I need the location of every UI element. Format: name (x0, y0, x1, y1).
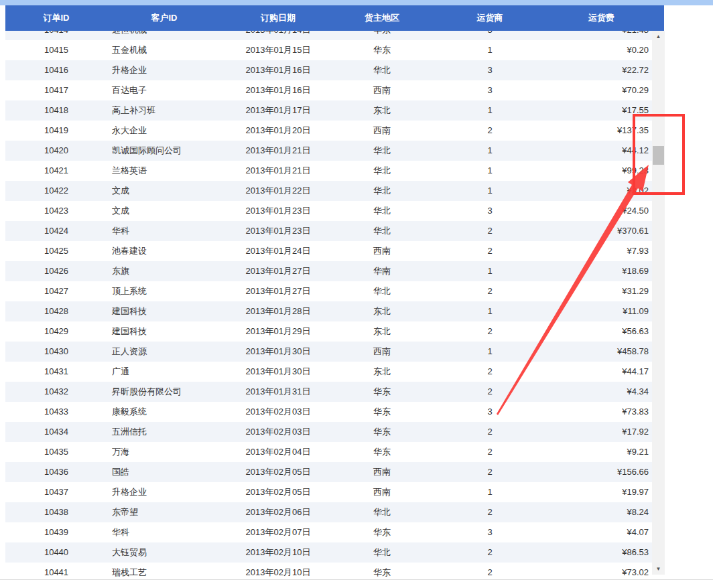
region-cell: 华东 (335, 422, 429, 442)
table-row[interactable]: 10439华科2013年02月07日华东3¥4.07 (5, 522, 652, 542)
table-row[interactable]: 10424华科2013年01月23日华北2¥370.61 (5, 221, 652, 241)
table-row[interactable]: 10428建国科技2013年01月28日东北1¥11.09 (5, 301, 652, 321)
date-cell: 2013年02月03日 (221, 422, 335, 442)
region-cell: 华北 (335, 502, 429, 522)
table-row[interactable]: 10438东帝望2013年02月06日华北2¥8.24 (5, 502, 652, 522)
table-row[interactable]: 10435万海2013年02月04日华东2¥9.21 (5, 442, 652, 462)
region-cell: 华北 (335, 281, 429, 301)
customer-cell: 池春建设 (107, 241, 221, 261)
freight-cell: ¥44.12 (551, 141, 652, 161)
shipper-cell: 3 (429, 522, 551, 542)
date-cell: 2013年01月20日 (221, 121, 335, 141)
region-cell: 西南 (335, 462, 429, 482)
scroll-up-icon[interactable]: ▲ (652, 31, 665, 42)
table-row[interactable]: 10418高上补习班2013年01月17日东北1¥17.55 (5, 100, 652, 121)
region-cell: 华东 (335, 31, 429, 40)
freight-cell: ¥0.20 (551, 40, 652, 60)
table-row[interactable]: 10414通恒机械2013年01月14日华东3¥21.48 (5, 31, 652, 40)
table-row[interactable]: 10440大钰贸易2013年02月10日华北2¥86.53 (5, 542, 652, 563)
shipper-cell: 3 (429, 80, 551, 100)
table-row[interactable]: 10419永大企业2013年01月20日西南2¥137.35 (5, 121, 652, 141)
region-cell: 华北 (335, 141, 429, 161)
id-cell: 10439 (5, 522, 107, 542)
shipper-cell: 1 (429, 161, 551, 181)
shipper-cell: 1 (429, 141, 551, 161)
column-header-region: 货主地区 (335, 5, 429, 31)
id-cell: 10422 (5, 181, 107, 201)
id-cell: 10425 (5, 241, 107, 261)
table-row[interactable]: 10432昇昕股份有限公司2013年01月31日华东2¥4.34 (5, 382, 652, 402)
table-row[interactable]: 10425池春建设2013年01月24日西南2¥7.93 (5, 241, 652, 261)
table-row[interactable]: 10433康毅系统2013年02月03日华东3¥73.83 (5, 402, 652, 422)
region-cell: 华北 (335, 60, 429, 80)
region-cell: 西南 (335, 121, 429, 141)
shipper-cell: 2 (429, 422, 551, 442)
table-row[interactable]: 10431广通2013年01月30日东北2¥44.17 (5, 362, 652, 382)
table-row[interactable]: 10430正人资源2013年01月30日西南1¥458.78 (5, 342, 652, 362)
customer-cell: 康毅系统 (107, 402, 221, 422)
shipper-cell: 2 (429, 281, 551, 301)
table-row[interactable]: 10437升格企业2013年02月05日西南1¥19.97 (5, 482, 652, 502)
date-cell: 2013年02月10日 (221, 563, 335, 580)
column-header-shipper: 运货商 (429, 5, 551, 31)
region-cell: 东北 (335, 362, 429, 382)
freight-cell: ¥4.34 (551, 382, 652, 402)
freight-cell: ¥458.78 (551, 342, 652, 362)
table-row[interactable]: 10416升格企业2013年01月16日华北3¥22.72 (5, 60, 652, 80)
id-cell: 10426 (5, 261, 107, 281)
freight-cell: ¥73.02 (551, 563, 652, 580)
freight-cell: ¥18.69 (551, 261, 652, 281)
customer-cell: 五金机械 (107, 40, 221, 60)
column-header-customer-id: 客户ID (107, 5, 221, 31)
shipper-cell: 3 (429, 201, 551, 221)
table-row[interactable]: 10422文成2013年01月22日华北1¥3.02 (5, 181, 652, 201)
table-row[interactable]: 10417百达电子2013年01月16日西南3¥70.29 (5, 80, 652, 100)
table-row[interactable]: 10427顶上系统2013年01月27日华北2¥31.29 (5, 281, 652, 301)
id-cell: 10416 (5, 60, 107, 80)
shipper-cell: 1 (429, 342, 551, 362)
date-cell: 2013年01月24日 (221, 241, 335, 261)
shipper-cell: 2 (429, 241, 551, 261)
shipper-cell: 2 (429, 221, 551, 241)
date-cell: 2013年01月29日 (221, 321, 335, 342)
table-row[interactable]: 10420凯诚国际顾问公司2013年01月21日华北1¥44.12 (5, 141, 652, 161)
table-row[interactable]: 10434五洲信托2013年02月03日华东2¥17.92 (5, 422, 652, 442)
customer-cell: 五洲信托 (107, 422, 221, 442)
table-row[interactable]: 10441瑞栈工艺2013年02月10日华东2¥73.02 (5, 563, 652, 580)
customer-cell: 百达电子 (107, 80, 221, 100)
id-cell: 10441 (5, 563, 107, 580)
freight-cell: ¥24.50 (551, 201, 652, 221)
region-cell: 华北 (335, 161, 429, 181)
scrollbar-thumb[interactable] (653, 146, 664, 165)
id-cell: 10435 (5, 442, 107, 462)
window-top-strip (0, 0, 713, 5)
date-cell: 2013年01月14日 (221, 31, 335, 40)
freight-cell: ¥19.97 (551, 482, 652, 502)
date-cell: 2013年01月27日 (221, 261, 335, 281)
vertical-scrollbar[interactable]: ▲ ▼ (652, 31, 665, 575)
freight-cell: ¥31.29 (551, 281, 652, 301)
customer-cell: 文成 (107, 181, 221, 201)
freight-cell: ¥137.35 (551, 121, 652, 141)
id-cell: 10420 (5, 141, 107, 161)
region-cell: 华东 (335, 402, 429, 422)
customer-cell: 兰格英语 (107, 161, 221, 181)
date-cell: 2013年01月28日 (221, 301, 335, 321)
freight-cell: ¥86.53 (551, 542, 652, 563)
table-row[interactable]: 10436国皓2013年02月05日西南2¥156.66 (5, 462, 652, 482)
freight-cell: ¥156.66 (551, 462, 652, 482)
id-cell: 10414 (5, 31, 107, 40)
table-row[interactable]: 10423文成2013年01月23日华北3¥24.50 (5, 201, 652, 221)
date-cell: 2013年02月06日 (221, 502, 335, 522)
table-row[interactable]: 10426东旗2013年01月27日华南1¥18.69 (5, 261, 652, 281)
table-row[interactable]: 10421兰格英语2013年01月21日华北1¥99.23 (5, 161, 652, 181)
region-cell: 东北 (335, 301, 429, 321)
date-cell: 2013年01月23日 (221, 201, 335, 221)
id-cell: 10424 (5, 221, 107, 241)
table-row[interactable]: 10415五金机械2013年01月15日华东1¥0.20 (5, 40, 652, 60)
table-row[interactable]: 10429建国科技2013年01月29日东北2¥56.63 (5, 321, 652, 342)
region-cell: 华东 (335, 382, 429, 402)
scroll-down-icon[interactable]: ▼ (652, 563, 665, 575)
shipper-cell: 1 (429, 181, 551, 201)
region-cell: 华北 (335, 542, 429, 563)
